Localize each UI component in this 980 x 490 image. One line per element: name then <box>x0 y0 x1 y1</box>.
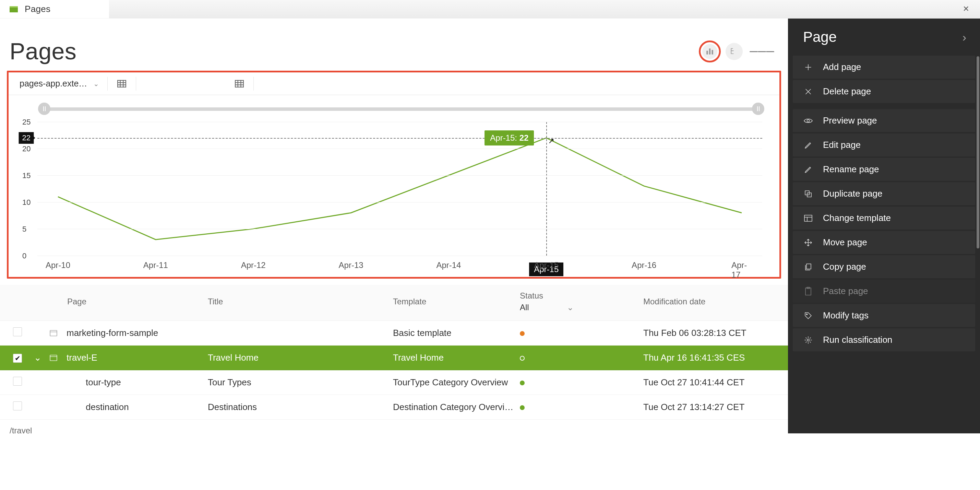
svg-rect-8 <box>120 80 121 88</box>
chart-series <box>37 122 762 255</box>
page-status-cell <box>517 347 641 369</box>
dup-icon <box>803 190 813 198</box>
mouse-cursor-icon: ↖ <box>548 137 554 145</box>
svg-rect-4 <box>117 82 126 83</box>
svg-rect-18 <box>243 80 244 88</box>
breadcrumb-path: /travel <box>10 426 32 436</box>
page-name: marketing-form-sample <box>64 322 205 344</box>
table-header-row: Page Title Template Status All ⌄ Modific… <box>0 285 788 321</box>
action-copy-page[interactable]: Copy page <box>793 255 975 278</box>
action-label: Rename page <box>823 164 879 175</box>
pencil-icon <box>803 141 813 149</box>
chart-tooltip: Apr-15: 22 <box>485 130 534 145</box>
action-edit-page[interactable]: Edit page <box>793 134 975 156</box>
action-label: Preview page <box>823 115 877 126</box>
page-title-cell: Travel Home <box>205 347 390 369</box>
expand-toggle <box>30 402 45 413</box>
page-template-cell: Basic template <box>390 322 517 344</box>
col-template[interactable]: Template <box>390 294 517 310</box>
panel-title: Page <box>803 29 837 45</box>
table-row[interactable]: ⌄travel-ETravel HomeTravel HomeThu Apr 1… <box>0 346 788 370</box>
action-label: Paste page <box>823 286 868 297</box>
col-moddate[interactable]: Modification date <box>641 294 788 310</box>
x-tick-label: Apr-14 <box>436 260 461 270</box>
status-filter-select[interactable]: All ⌄ <box>520 303 638 312</box>
page-template-cell: TourType Category Overview <box>390 372 517 393</box>
calendar-grid-icon <box>235 80 244 88</box>
x-tick-label: Apr-10 <box>46 260 70 270</box>
row-checkbox[interactable] <box>13 354 22 363</box>
page-moddate-cell: Tue Oct 27 13:14:27 CET <box>641 396 788 418</box>
action-label: Move page <box>823 237 867 248</box>
svg-rect-3 <box>117 80 126 81</box>
action-label: Add page <box>823 62 861 72</box>
chevron-down-icon: ⌄ <box>93 80 99 88</box>
action-move-page[interactable]: Move page <box>793 231 975 254</box>
col-page[interactable]: Page <box>64 294 205 310</box>
svg-rect-10 <box>126 80 126 88</box>
time-range-scrubber[interactable] <box>42 105 760 113</box>
svg-rect-19 <box>50 330 57 335</box>
page-moddate-cell: Tue Oct 27 10:41:44 CET <box>641 372 788 393</box>
scrubber-handle-left[interactable] <box>38 102 50 115</box>
datasource-label: pages-app.exte… <box>19 78 87 89</box>
expand-toggle[interactable]: ⌄ <box>30 347 45 369</box>
action-label: Change template <box>823 213 891 223</box>
date-start-picker[interactable] <box>111 72 132 95</box>
chevron-down-icon: ⌄ <box>567 303 574 312</box>
action-label: Edit page <box>823 140 861 150</box>
panel-scrollbar-thumb[interactable] <box>977 56 979 249</box>
x-tick-label: Apr-11 <box>143 260 168 270</box>
page-status-cell <box>517 372 641 393</box>
page-title-cell: Tour Types <box>205 372 390 393</box>
table-row[interactable]: destinationDestinationsDestination Categ… <box>0 395 788 420</box>
action-add-page[interactable]: Add page <box>793 56 975 78</box>
chart-view-toggle[interactable] <box>699 40 721 62</box>
col-title[interactable]: Title <box>205 294 390 310</box>
hamburger-icon[interactable] <box>748 50 776 53</box>
app-tab[interactable]: Pages <box>10 0 109 18</box>
action-rename-page[interactable]: Rename page <box>793 158 975 181</box>
row-checkbox[interactable] <box>13 327 22 336</box>
datasource-selector[interactable]: pages-app.exte… ⌄ <box>15 72 104 95</box>
view-toggle-group <box>699 40 778 64</box>
action-duplicate-page[interactable]: Duplicate page <box>793 182 975 205</box>
chevron-right-icon[interactable]: › <box>963 30 966 44</box>
page-title: Pages <box>10 38 76 64</box>
page-moddate-cell: Thu Apr 16 16:41:35 CES <box>641 347 788 369</box>
separator <box>136 77 136 91</box>
page-type-icon <box>45 325 64 342</box>
pages-app-icon <box>10 6 18 12</box>
status-dot-icon <box>520 356 525 361</box>
col-status[interactable]: Status <box>520 291 638 301</box>
action-modify-tags[interactable]: Modify tags <box>793 304 975 327</box>
x-tick-label: Apr-15 <box>534 260 558 270</box>
table-row[interactable]: marketing-form-sampleBasic templateThu F… <box>0 321 788 346</box>
x-tick-label: Apr-17 <box>732 260 752 280</box>
svg-rect-34 <box>805 215 812 221</box>
chart-plot-area[interactable]: 22 Apr-15: 22 ↖ Apr-15 0510152025Apr-10A… <box>37 122 762 255</box>
table-row[interactable]: tour-typeTour TypesTourType Category Ove… <box>0 370 788 395</box>
tree-view-toggle[interactable] <box>725 43 743 60</box>
status-dot-icon <box>520 405 525 410</box>
svg-rect-6 <box>117 86 126 87</box>
action-preview-page[interactable]: Preview page <box>793 109 975 132</box>
action-paste-page: Paste page <box>793 280 975 303</box>
page-name: destination <box>64 396 205 418</box>
action-change-template[interactable]: Change template <box>793 207 975 230</box>
tag-icon <box>803 311 813 320</box>
paste-icon <box>803 287 813 296</box>
date-end-picker[interactable] <box>229 72 250 95</box>
svg-rect-37 <box>807 264 811 269</box>
row-checkbox[interactable] <box>13 401 22 410</box>
close-icon[interactable]: × <box>963 3 969 14</box>
chart-toolbar: pages-app.exte… ⌄ <box>9 72 780 95</box>
svg-rect-7 <box>117 80 118 88</box>
svg-rect-17 <box>241 80 242 88</box>
y-tick-label: 15 <box>22 171 30 180</box>
y-tick-label: 20 <box>22 144 30 153</box>
row-checkbox[interactable] <box>13 377 22 386</box>
scrubber-handle-right[interactable] <box>752 102 764 115</box>
action-delete-page[interactable]: Delete page <box>793 80 975 103</box>
action-run-classification[interactable]: Run classification <box>793 329 975 351</box>
